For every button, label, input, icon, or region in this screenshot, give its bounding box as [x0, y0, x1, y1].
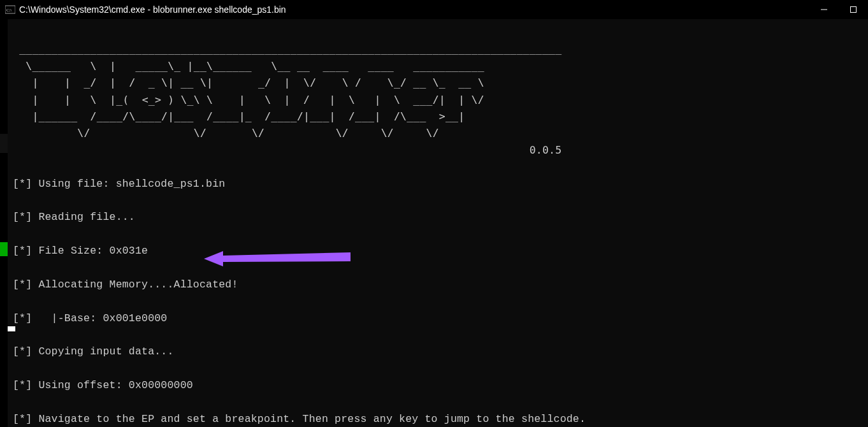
- text-cursor: [6, 326, 15, 331]
- log-line: [*] Using file: shellcode_ps1.bin: [13, 176, 868, 192]
- window-titlebar: C:\ C:\Windows\System32\cmd.exe - blobru…: [0, 0, 868, 19]
- minimize-button[interactable]: [809, 0, 839, 19]
- maximize-button[interactable]: [839, 0, 868, 19]
- ascii-banner: ________________________________________…: [13, 41, 868, 159]
- log-line: [*] Navigate to the EP and set a breakpo…: [13, 411, 868, 427]
- svg-rect-3: [851, 7, 857, 13]
- console-output: ________________________________________…: [0, 19, 868, 427]
- log-line: [*] Allocating Memory....Allocated!: [13, 277, 868, 293]
- log-line: [*] Copying input data...: [13, 344, 868, 360]
- cmd-icon: C:\: [5, 4, 15, 15]
- log-line: [*] File Size: 0x031e: [13, 243, 868, 259]
- window-controls: [809, 0, 868, 19]
- log-line: [*] Using offset: 0x00000000: [13, 377, 868, 394]
- left-edge-bar: [0, 19, 8, 427]
- log-line: [*] Reading file...: [13, 209, 868, 226]
- window-title: C:\Windows\System32\cmd.exe - blobrunner…: [19, 4, 809, 15]
- svg-text:C:\: C:\: [6, 8, 12, 13]
- log-line-base: [*] |-Base: 0x001e0000: [13, 310, 868, 327]
